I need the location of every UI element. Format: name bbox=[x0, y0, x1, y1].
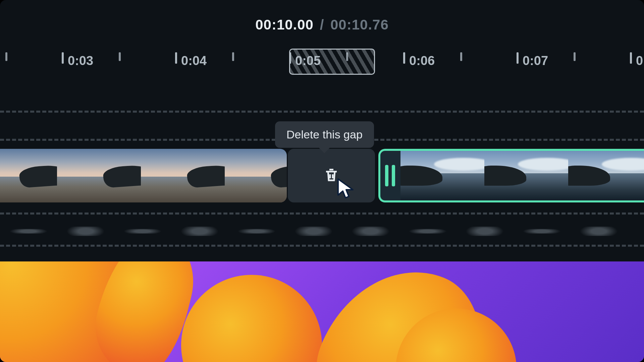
track-divider bbox=[0, 213, 644, 215]
video-clip-2-selected[interactable] bbox=[378, 149, 644, 202]
time-separator: / bbox=[320, 17, 324, 33]
trash-icon bbox=[323, 167, 339, 184]
video-editor-timeline: 00:10.00 / 00:10.76 0:030:040:050:060:07… bbox=[0, 0, 644, 362]
ruler-tick-label: 0:07 bbox=[523, 54, 548, 68]
clip-thumbnail bbox=[57, 149, 141, 202]
ruler-tick-label: 0:06 bbox=[409, 54, 435, 68]
video-clip-1[interactable] bbox=[0, 149, 287, 202]
ruler-tick-label: 0:08 bbox=[636, 54, 644, 68]
delete-gap-button[interactable] bbox=[322, 166, 341, 185]
clip-thumbnail bbox=[568, 151, 644, 200]
clip-trim-handle-left[interactable] bbox=[384, 164, 396, 188]
clip-thumbnail bbox=[225, 149, 287, 202]
track-divider bbox=[0, 245, 644, 247]
tooltip-text: Delete this gap bbox=[286, 128, 363, 141]
audio-track[interactable] bbox=[0, 221, 644, 241]
timeline-gap[interactable] bbox=[288, 149, 375, 202]
clip-thumbnail bbox=[141, 149, 225, 202]
ruler-selection-range[interactable] bbox=[289, 49, 375, 75]
ruler-tick-label: 0:04 bbox=[181, 54, 207, 68]
clip-thumbnail bbox=[400, 151, 484, 200]
decorative-footer-graphic bbox=[0, 261, 644, 362]
video-track bbox=[0, 149, 644, 202]
delete-gap-tooltip: Delete this gap bbox=[275, 121, 374, 148]
playhead-time-readout: 00:10.00 / 00:10.76 bbox=[0, 17, 644, 33]
time-total: 00:10.76 bbox=[330, 17, 389, 33]
track-divider bbox=[0, 111, 644, 113]
ruler-tick-label: 0:03 bbox=[68, 54, 93, 68]
clip-thumbnail bbox=[484, 151, 568, 200]
clip-thumbnail bbox=[0, 149, 57, 202]
time-current: 00:10.00 bbox=[255, 17, 314, 33]
